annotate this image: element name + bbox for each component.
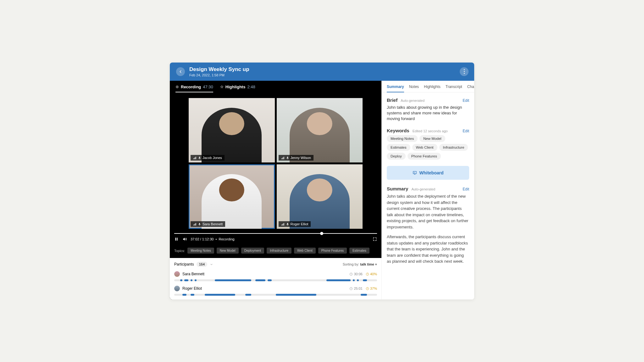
participants-header: Participants 164 Sorting by: talk time ▾ (174, 262, 377, 267)
participants-panel: Participants 164 Sorting by: talk time ▾… (170, 258, 381, 299)
talk-timeline[interactable] (174, 279, 377, 281)
tab-recording-label: Recording (181, 85, 201, 89)
fullscreen-icon[interactable] (373, 237, 377, 241)
keywords-section: Keywords Edited 12 seconds ago Edit Meet… (387, 128, 469, 160)
svg-rect-14 (281, 224, 282, 225)
keyword-chip[interactable]: Web Client (412, 144, 437, 151)
tab-notes[interactable]: Notes (409, 85, 419, 92)
summary-edit-link[interactable]: Edit (463, 187, 469, 191)
back-button[interactable] (176, 67, 185, 76)
participant-row: Roger Elliot 25:01 37% (174, 286, 377, 296)
summary-p2: Afterwards, the participants discuss cur… (387, 234, 469, 265)
video-tile[interactable]: Jenny Wilson (277, 98, 363, 162)
topic-chip[interactable]: Meeting Notes (187, 248, 214, 254)
tab-highlights-side[interactable]: Highlights (424, 85, 441, 92)
keyword-chip[interactable]: Deploy (387, 153, 406, 160)
right-panel: Summary Notes Highlights Transcript Chat… (381, 81, 474, 299)
signal-icon (193, 156, 197, 160)
topic-chip[interactable]: Web Client (294, 248, 316, 254)
summary-p1: John talks about the deployment of the n… (387, 193, 469, 230)
tile-label: Jenny Wilson (279, 155, 314, 161)
tab-transcript[interactable]: Transcript (446, 85, 462, 92)
topic-chip[interactable]: Estimates (349, 248, 369, 254)
mic-icon (198, 156, 201, 160)
tab-chat[interactable]: Chat (467, 85, 474, 92)
keyword-chip[interactable]: Infrastructure (439, 144, 468, 151)
header-bar: Design Weekly Sync up Feb 24, 2022, 1:58… (170, 63, 474, 81)
tile-name: Jacob Jones (203, 156, 222, 160)
app-window: Design Weekly Sync up Feb 24, 2022, 1:58… (170, 63, 474, 299)
chevron-down-icon[interactable] (210, 263, 213, 266)
topics-label: Topics: (174, 249, 185, 253)
clock-icon (366, 287, 369, 290)
clock-icon (349, 287, 353, 290)
participant-duration: 25:01 (349, 287, 363, 290)
whiteboard-icon (413, 171, 417, 175)
svg-rect-16 (283, 223, 284, 225)
keyword-chip[interactable]: Estimates (387, 144, 410, 151)
brief-section: Brief Auto-generated Edit John talks abo… (387, 97, 469, 122)
keyword-chip[interactable]: New Model (419, 135, 445, 142)
target-icon (175, 85, 179, 89)
tab-highlights-time: 2:48 (247, 85, 255, 89)
svg-rect-18 (175, 238, 176, 240)
whiteboard-button[interactable]: Whiteboard (387, 166, 469, 180)
svg-rect-8 (283, 156, 284, 159)
signal-icon (281, 156, 285, 160)
keywords-title: Keywords (387, 128, 409, 133)
tab-recording-time: 47:30 (203, 85, 213, 89)
meeting-title: Design Weekly Sync up (189, 66, 249, 73)
keyword-chip[interactable]: Phone Features (408, 153, 441, 160)
participant-name: Roger Elliot (182, 286, 202, 291)
svg-rect-9 (287, 156, 288, 158)
tab-recording[interactable]: Recording 47:30 (175, 85, 213, 92)
topic-chip[interactable]: Deployment (241, 248, 264, 254)
meeting-date: Feb 24, 2022, 1:58 PM (189, 73, 249, 77)
tile-label: Sara Bennett (191, 221, 225, 227)
tab-highlights[interactable]: Highlights 2:48 (220, 85, 255, 92)
video-grid: Jacob Jones Jenny Wilson (170, 96, 381, 231)
summary-section: Summary Auto-generated Edit John talks a… (387, 186, 469, 265)
brief-sub: Auto-generated (401, 99, 425, 102)
volume-icon[interactable] (182, 237, 187, 241)
clock-icon (349, 272, 353, 276)
clock-icon (366, 272, 369, 276)
tile-label: Roger Elliot (279, 221, 311, 227)
tile-name: Sara Bennett (203, 222, 223, 226)
talk-timeline[interactable] (174, 294, 377, 296)
video-tile[interactable]: Roger Elliot (277, 164, 363, 229)
participants-count: 164 (197, 262, 207, 267)
keyword-chip[interactable]: Meeting Notes (387, 135, 418, 142)
brief-text: John talks about growing up in the desig… (387, 105, 469, 122)
topic-chip[interactable]: Phone Features (318, 248, 347, 254)
svg-point-1 (177, 86, 178, 87)
whiteboard-label: Whiteboard (419, 170, 444, 175)
keywords-sub: Edited 12 seconds ago (413, 129, 448, 133)
keywords-edit-link[interactable]: Edit (463, 129, 469, 133)
participant-percent: 40% (366, 272, 377, 276)
sort-control[interactable]: Sorting by: talk time ▾ (343, 262, 377, 266)
brief-edit-link[interactable]: Edit (463, 98, 469, 103)
svg-rect-6 (281, 158, 282, 159)
more-menu-button[interactable] (460, 67, 469, 76)
signal-icon (193, 222, 197, 226)
topic-chip[interactable]: Infrastructure (267, 248, 291, 254)
participant-row: Sara Bennett 30:06 40% (174, 271, 377, 281)
svg-rect-13 (199, 223, 200, 225)
scrub-bar[interactable] (170, 231, 381, 234)
avatar (174, 286, 180, 291)
svg-rect-4 (196, 156, 196, 159)
video-tile[interactable]: Jacob Jones (189, 98, 275, 162)
participants-label: Participants (174, 262, 194, 266)
svg-rect-15 (282, 224, 283, 226)
mic-icon (286, 156, 289, 160)
left-panel: Recording 47:30 Highlights 2:48 Jacob Jo… (170, 81, 381, 299)
topic-chip[interactable]: New Model (217, 248, 239, 254)
side-tabs: Summary Notes Highlights Transcript Chat (382, 81, 474, 92)
video-tile-active[interactable]: Sara Bennett (189, 164, 275, 229)
svg-rect-5 (199, 156, 200, 158)
tile-name: Jenny Wilson (291, 156, 311, 160)
tab-summary[interactable]: Summary (387, 85, 404, 92)
pause-icon[interactable] (174, 237, 179, 241)
playback-controls: 37:02 / 1:12:30 • Recording (170, 234, 381, 244)
